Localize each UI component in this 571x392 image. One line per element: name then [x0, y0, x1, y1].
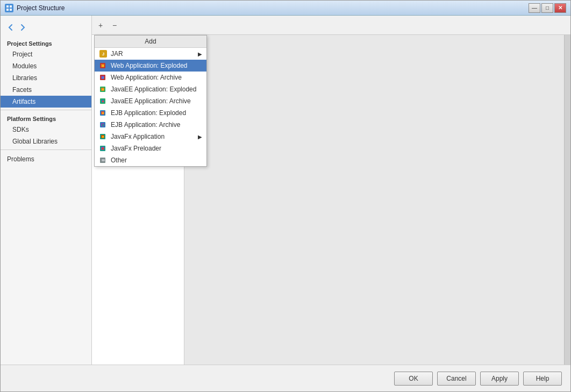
sidebar-divider-2 [1, 149, 91, 150]
back-button[interactable] [5, 22, 17, 33]
ejb-exploded-icon [99, 109, 108, 117]
web-archive-icon [99, 73, 108, 82]
jar-submenu-arrow: ▶ [198, 51, 202, 57]
remove-artifact-button[interactable]: − [108, 19, 121, 32]
javaee-archive-icon [99, 97, 108, 105]
web-exploded-icon [99, 61, 108, 70]
menu-item-other[interactable]: Other [95, 154, 206, 166]
window-title: Project Structure [17, 4, 529, 12]
right-panel: + − Add J [92, 16, 570, 365]
toolbar: + − [92, 16, 570, 35]
menu-item-ejb-exploded[interactable]: EJB Application: Exploded [95, 107, 206, 119]
nav-back-forward [1, 20, 91, 35]
cancel-button[interactable]: Cancel [437, 372, 476, 386]
javafx-preloader-icon [99, 144, 108, 153]
add-artifact-button[interactable]: + [94, 19, 107, 32]
project-settings-header: Project Settings [1, 37, 91, 48]
svg-rect-0 [6, 5, 9, 8]
sidebar-item-libraries[interactable]: Libraries [1, 72, 91, 84]
scrollbar[interactable] [564, 35, 570, 365]
sidebar: Project Settings Project Modules Librari… [1, 16, 92, 365]
sidebar-item-global-libraries[interactable]: Global Libraries [1, 136, 91, 147]
javafx-app-icon [99, 132, 108, 141]
svg-rect-6 [102, 65, 104, 67]
svg-rect-2 [6, 9, 9, 11]
maximize-button[interactable]: □ [541, 3, 553, 13]
apply-button[interactable]: Apply [480, 372, 519, 386]
artifact-detail-panel [184, 35, 570, 365]
forward-button[interactable] [17, 22, 28, 33]
sidebar-item-facets[interactable]: Facets [1, 84, 91, 96]
add-dropdown-menu: Add J JAR ▶ [94, 35, 207, 167]
project-structure-window: Project Structure — □ ✕ [0, 0, 571, 392]
dropdown-header: Add [95, 35, 206, 48]
svg-rect-12 [102, 89, 104, 90]
artifact-list-panel: Add J JAR ▶ [92, 35, 184, 365]
svg-rect-1 [10, 5, 12, 8]
close-button[interactable]: ✕ [554, 3, 566, 13]
menu-item-javaee-archive[interactable]: JavaEE Application: Archive [95, 95, 206, 107]
other-icon [99, 156, 108, 165]
platform-settings-header: Platform Settings [1, 112, 91, 124]
bottom-bar: OK Cancel Apply Help [1, 365, 570, 391]
minimize-button[interactable]: — [529, 3, 540, 13]
jar-icon: J [99, 49, 108, 58]
svg-rect-18 [102, 112, 104, 114]
ok-button[interactable]: OK [394, 372, 433, 386]
javafx-submenu-arrow: ▶ [198, 134, 202, 140]
sidebar-item-problems[interactable]: Problems [1, 152, 91, 165]
menu-item-javaee-exploded[interactable]: JavaEE Application: Exploded [95, 83, 206, 95]
menu-item-javafx-preloader[interactable]: JavaFx Preloader [95, 142, 206, 154]
menu-item-web-archive[interactable]: Web Application: Archive [95, 72, 206, 83]
sidebar-item-modules[interactable]: Modules [1, 60, 91, 72]
app-icon [5, 4, 13, 12]
sidebar-item-project[interactable]: Project [1, 48, 91, 60]
svg-rect-24 [102, 136, 104, 138]
svg-rect-29 [102, 159, 105, 161]
menu-item-javafx-app[interactable]: JavaFx Application ▶ [95, 131, 206, 142]
help-button[interactable]: Help [523, 372, 562, 386]
menu-item-web-exploded[interactable]: Web Application: Exploded [95, 60, 206, 72]
menu-item-jar[interactable]: J JAR ▶ [95, 48, 206, 60]
sidebar-item-sdks[interactable]: SDKs [1, 124, 91, 136]
title-bar: Project Structure — □ ✕ [1, 1, 570, 16]
sidebar-divider [1, 110, 91, 110]
content-split: Add J JAR ▶ [92, 35, 570, 365]
svg-rect-3 [10, 9, 12, 11]
svg-rect-21 [102, 124, 104, 126]
menu-item-ejb-archive[interactable]: EJB Application: Archive [95, 119, 206, 131]
javaee-exploded-icon [99, 85, 108, 94]
svg-rect-9 [102, 77, 104, 79]
sidebar-item-artifacts[interactable]: Artifacts [1, 96, 91, 108]
svg-rect-15 [102, 101, 104, 102]
window-controls: — □ ✕ [529, 3, 566, 13]
main-content: Project Settings Project Modules Librari… [1, 16, 570, 365]
ejb-archive-icon [99, 120, 108, 129]
svg-rect-27 [102, 148, 104, 149]
